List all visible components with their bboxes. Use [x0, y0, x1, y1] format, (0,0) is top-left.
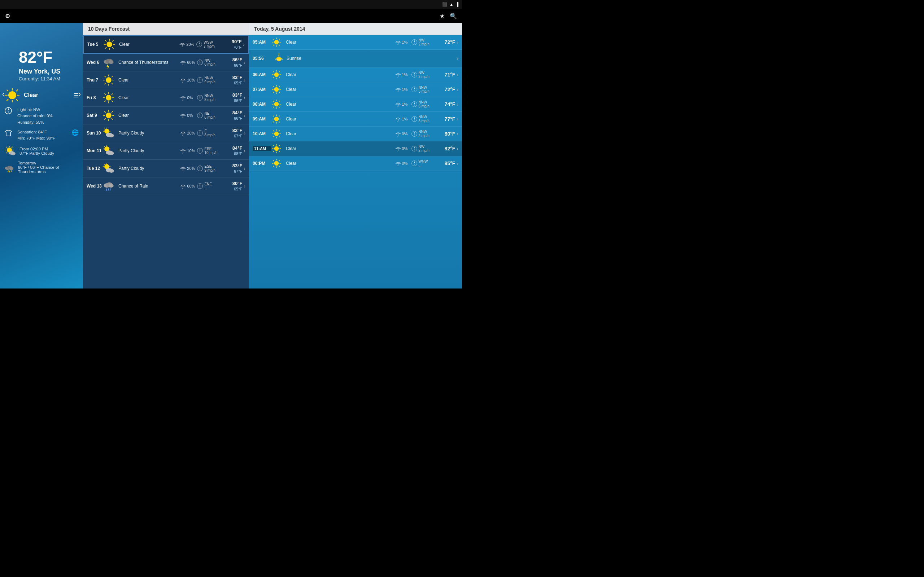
hour-row[interactable]: 08:AM Clear 1% NNW3 mp/h74°F› — [249, 97, 462, 112]
svg-marker-11 — [8, 111, 9, 114]
hourly-list[interactable]: 05:AM Clear 1% NW2 mp/h72°F›05:56 Sunris… — [249, 35, 462, 288]
svg-line-199 — [279, 115, 280, 116]
favorite-button[interactable]: ★ — [439, 13, 445, 19]
forecast-day-row[interactable]: Tue 5 Clear 20% WSW7 mp/h90°F70°F› — [83, 35, 249, 54]
forecast-day-row[interactable]: Tue 12 Partly Cloudy 20% ESE9 mp/h83°F67… — [83, 160, 249, 177]
hour-row[interactable]: 09:AM Clear 1% NNW3 mp/h77°F› — [249, 112, 462, 127]
svg-marker-230 — [414, 148, 415, 151]
hour-weather-icon — [271, 114, 284, 124]
svg-marker-149 — [414, 42, 415, 45]
afternoon-forecast: From 02:00 PM 87°F Partly Cloudy — [4, 145, 79, 157]
hour-wind: NW2 mp/h — [411, 71, 436, 79]
svg-line-70 — [104, 101, 106, 102]
hour-condition: Clear — [284, 102, 395, 107]
svg-marker-73 — [200, 95, 200, 98]
svg-line-211 — [279, 136, 280, 137]
sunrise-icon — [274, 52, 284, 65]
hour-wind: NW2 mp/h — [411, 38, 436, 46]
svg-line-236 — [273, 160, 274, 161]
next-city-button[interactable]: › — [78, 90, 81, 98]
tomorrow-forecast-text: Tomorrow 66°F / 86°F Chance of Thunderst… — [18, 161, 79, 174]
day-precipitation: 20% — [180, 130, 197, 136]
svg-line-81 — [111, 118, 113, 120]
day-precipitation: 20% — [180, 166, 197, 171]
svg-line-34 — [105, 40, 107, 42]
wind-detail-row: Light air NW Chance of rain: 0% Humidity… — [4, 107, 79, 126]
svg-line-171 — [273, 86, 274, 87]
forecast-list[interactable]: Tue 5 Clear 20% WSW7 mp/h90°F70°F›Wed 6 … — [83, 35, 249, 288]
svg-line-143 — [279, 45, 280, 46]
svg-line-159 — [279, 77, 280, 78]
forecast-day-row[interactable]: Fri 8 Clear 0% NNW8 mp/h83°F66°F› — [83, 89, 249, 107]
forecast-day-row[interactable]: Sat 9 Clear 0% NE6 mp/h84°F66°F› — [83, 107, 249, 124]
svg-marker-136 — [200, 186, 200, 189]
svg-line-142 — [273, 39, 274, 40]
svg-marker-204 — [414, 119, 415, 121]
hour-row[interactable]: 00:PM Clear 0% WNW...85°F› — [249, 156, 462, 171]
svg-line-145 — [273, 45, 274, 46]
svg-line-130 — [106, 189, 107, 191]
hour-weather-icon — [271, 37, 284, 47]
hour-weather-icon — [271, 69, 284, 80]
svg-marker-10 — [8, 108, 9, 111]
hour-wind: NNW3 mp/h — [411, 100, 436, 108]
globe-button[interactable]: 🌐 — [71, 129, 79, 136]
svg-point-96 — [109, 134, 114, 137]
svg-marker-126 — [200, 168, 200, 171]
svg-marker-100 — [200, 133, 200, 135]
hour-wind: NNW3 mp/h — [411, 115, 436, 123]
svg-line-106 — [104, 146, 105, 147]
hour-time: 09:AM — [253, 116, 271, 121]
day-condition-text: Partly Cloudy — [117, 166, 180, 171]
city-name: New York, US — [19, 68, 79, 76]
hour-weather-icon — [271, 129, 284, 139]
hour-row[interactable]: 10:AM Clear 0% NNW2 mp/h80°F› — [249, 127, 462, 141]
forecast-day-row[interactable]: Sun 10 Partly Cloudy 20% E8 mp/h82°F67°F… — [83, 124, 249, 142]
hour-precipitation: 1% — [395, 87, 411, 92]
list-view-button[interactable]: ☰ — [74, 92, 79, 99]
shirt-icon — [4, 129, 15, 139]
prev-city-button[interactable]: ‹ — [2, 90, 5, 98]
day-row-arrow: › — [244, 95, 246, 101]
hour-row[interactable]: 06:AM Clear 1% NW2 mp/h71°F› — [249, 68, 462, 82]
svg-line-26 — [8, 171, 9, 172]
svg-line-19 — [11, 147, 13, 148]
day-temperatures: 83°F67°F — [221, 163, 242, 174]
day-weather-icon — [102, 92, 117, 104]
forecast-day-row[interactable]: Mon 11 Partly Cloudy 10% ESE10 mp/h84°F6… — [83, 142, 249, 160]
svg-line-239 — [273, 166, 274, 167]
svg-point-192 — [274, 117, 279, 121]
hour-precipitation: 1% — [395, 102, 411, 107]
svg-line-197 — [273, 115, 274, 116]
hour-time: 08:AM — [253, 102, 271, 107]
hour-row-arrow: › — [457, 102, 459, 107]
settings-button[interactable]: ⚙ — [5, 13, 10, 19]
day-weather-icon — [102, 74, 117, 86]
forecast-day-row[interactable]: Thu 7 Clear 10% NNW9 mp/h83°F65°F› — [83, 71, 249, 89]
hour-row[interactable]: 05:AM Clear 1% NW2 mp/h72°F› — [249, 35, 462, 50]
day-wind: ENE... — [197, 182, 221, 190]
search-button[interactable]: 🔍 — [450, 13, 457, 19]
hour-precipitation: 1% — [395, 116, 411, 122]
svg-marker-148 — [414, 40, 415, 42]
svg-line-225 — [279, 145, 280, 146]
current-time: Currently: 11:34 AM — [19, 76, 79, 82]
svg-point-0 — [8, 91, 16, 99]
day-precipitation: 10% — [180, 148, 197, 154]
hour-row[interactable]: 11:AM Clear 0% NW2 mp/h82°F› — [249, 141, 462, 156]
forecast-day-row[interactable]: Wed 6 Chance of Thunderstorms 60% NW6 mp… — [83, 54, 249, 71]
day-temperatures: 82°F67°F — [221, 128, 242, 139]
hour-condition: Clear — [284, 161, 395, 166]
day-temperatures: 80°F65°F — [221, 181, 242, 192]
day-precipitation: 60% — [180, 183, 197, 189]
hour-row-arrow: › — [457, 39, 459, 45]
day-wind: NNW8 mp/h — [197, 94, 221, 102]
day-temperatures: 83°F65°F — [221, 75, 242, 85]
svg-marker-177 — [414, 87, 415, 89]
svg-line-132 — [110, 189, 110, 191]
hour-row[interactable]: 07:AM Clear 1% NNW3 mp/h72°F› — [249, 82, 462, 97]
svg-line-69 — [111, 93, 113, 95]
forecast-day-row[interactable]: Wed 13 Chance of Rain 60% ENE...80°F65°F… — [83, 177, 249, 195]
current-temperature: 82°F — [19, 48, 79, 66]
day-weather-icon — [102, 127, 117, 139]
